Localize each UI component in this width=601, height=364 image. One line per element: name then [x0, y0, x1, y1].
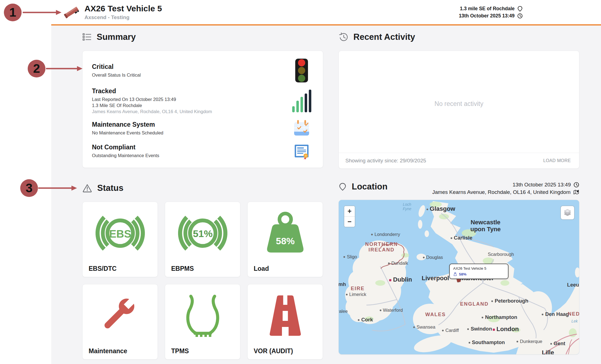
recent-activity-footer: Showing activity since: 29/09/2025 LOAD … [339, 153, 579, 168]
status-card-ebpms[interactable]: 51% EBPMS [165, 202, 240, 277]
summary-row-subtitle: Outstanding Maintenance Events [92, 152, 159, 158]
summary-section-header: Summary [82, 32, 323, 43]
location-address-text: James Kearns Avenue, Rochdale, OL16 4, U… [432, 189, 571, 195]
status-card-load[interactable]: 58% Load [247, 202, 323, 277]
map-label: Cork [358, 317, 373, 323]
status-card-ebs-dtc[interactable]: EBS EBS/DTC [82, 202, 158, 277]
map-label: Scarborough [488, 252, 514, 257]
map-label: Dublin [389, 276, 412, 283]
map-label: Lek [571, 319, 578, 323]
vehicle-dashboard-page: 1 2 3 AX26 Test Vehicle 5 Axscend - Test… [0, 0, 601, 364]
weight-mini-icon [453, 272, 457, 276]
activity-since-text: Showing activity since: 29/09/2025 [345, 158, 426, 164]
location-title: Location [352, 182, 387, 192]
status-card-vor-audit[interactable]: VOR (AUDIT) [247, 284, 323, 360]
summary-row-address: James Kearns Avenue, Rochdale, OL16 4, U… [92, 108, 212, 115]
status-card-label: EBPMS [171, 265, 194, 272]
status-title: Status [97, 183, 124, 193]
svg-text:58%: 58% [276, 236, 294, 246]
status-card-maintenance[interactable]: Maintenance [82, 284, 158, 360]
load-more-button[interactable]: LOAD MORE [541, 158, 572, 163]
map-label: Dundalk [388, 261, 408, 266]
summary-row-critical[interactable]: Critical Overall Status Is Critical [92, 59, 314, 82]
map-label: Waterford [380, 308, 403, 313]
map-label: NORTHERN IRELAND [358, 241, 405, 253]
status-card-tpms[interactable]: TPMS [165, 284, 240, 360]
map-label: NED [568, 311, 579, 317]
summary-row-title: Not Compliant [92, 144, 159, 151]
clock-icon [517, 13, 523, 19]
zoom-in-button[interactable]: + [344, 206, 355, 216]
map-layers-button[interactable] [560, 206, 575, 220]
recent-activity-title: Recent Activity [353, 32, 415, 42]
annotation-marker-2: 2 [28, 60, 45, 77]
map-label: WALES [425, 312, 446, 318]
location-datetime-text: 13th October 2025 13:49 [513, 182, 571, 188]
map-label: Peterborough [491, 298, 528, 304]
annotation-arrow-3 [38, 185, 77, 191]
map-label: Douglas [423, 255, 443, 260]
map-label: ralee [338, 309, 348, 314]
clock-icon [573, 182, 579, 188]
annotation-arrow-2 [46, 65, 83, 72]
status-card-label: Load [254, 265, 269, 272]
summary-card: Critical Overall Status Is Critical Trac… [82, 51, 323, 168]
recent-activity-card: No recent activity Showing activity sinc… [338, 51, 579, 169]
map-label: Sligo [343, 254, 357, 259]
map-label: Lille [542, 349, 554, 355]
summary-title: Summary [97, 32, 136, 42]
location-pin-icon [338, 183, 347, 191]
signal-bars-icon [291, 90, 312, 112]
page-title: AX26 Test Vehicle 5 [84, 4, 162, 13]
map-label: London [493, 326, 519, 333]
certificate-icon [291, 142, 312, 160]
map-label: Limerick [346, 292, 366, 297]
summary-row-tracked[interactable]: Tracked Last Reported On 13 October 2025… [92, 87, 314, 115]
recent-activity-section-header: Recent Activity [338, 32, 579, 43]
map-label: Londonderry [371, 232, 400, 237]
map-label: Swansea [413, 324, 435, 330]
status-card-label: EBS/DTC [89, 265, 117, 272]
status-section-header: Status [82, 183, 323, 194]
map-label: Southampton [469, 339, 505, 345]
annotation-marker-3: 3 [20, 179, 38, 197]
location-map[interactable]: Loch Fyne Glasgow Newcastle upon Tyne Ca… [338, 200, 579, 355]
header-location-text: 1.3 mile SE of Rochdale [460, 6, 515, 12]
location-pin-icon [517, 6, 523, 12]
fleet-subtitle: Axscend - Testing [84, 14, 162, 20]
status-card-label: VOR (AUDIT) [254, 347, 293, 355]
summary-row-title: Critical [92, 63, 141, 71]
map-label: Cardiff [442, 328, 459, 333]
wrench-icon [83, 288, 158, 343]
list-icon [82, 32, 92, 42]
page-header: AX26 Test Vehicle 5 Axscend - Testing 1.… [51, 0, 601, 25]
map-label: Gent [550, 340, 565, 347]
history-icon [338, 32, 348, 42]
summary-row-title: Maintenance System [92, 121, 163, 128]
calendar-icon [291, 119, 312, 137]
summary-row-line: Last Reported On 13 October 2025 13:49 [92, 96, 212, 102]
summary-row-compliance[interactable]: Not Compliant Outstanding Maintenance Ev… [92, 142, 314, 160]
map-label: Leeuwar [567, 282, 579, 288]
map-label: Den Haag [542, 311, 569, 317]
zoom-out-button[interactable]: − [344, 217, 355, 227]
map-label: Newcastle upon Tyne [466, 219, 505, 233]
summary-row-maintenance[interactable]: Maintenance System No Maintenance Events… [92, 119, 314, 137]
tooltip-load-value: 58% [459, 272, 466, 276]
traffic-light-icon [291, 59, 312, 82]
ebs-brake-icon: EBS [83, 206, 158, 260]
map-label: Swindon [467, 326, 492, 332]
map-label: Northampton [482, 314, 517, 320]
map-label: Carlisle [451, 235, 472, 241]
map-icon [573, 189, 579, 195]
status-card-label: TPMS [171, 347, 189, 355]
map-label: Loch Fyne [399, 202, 415, 211]
map-label: Dunkerque [517, 339, 542, 344]
vehicle-map-tooltip: AX26 Test Vehicle 5 58% [449, 264, 508, 279]
map-label: EIRE [351, 286, 364, 292]
summary-row-subtitle: Overall Status Is Critical [92, 72, 141, 78]
layers-icon [563, 209, 572, 217]
summary-row-subtitle: No Maintenance Events Scheduled [92, 130, 163, 136]
tyre-icon [165, 288, 240, 343]
map-label: Glasgow [427, 205, 455, 212]
